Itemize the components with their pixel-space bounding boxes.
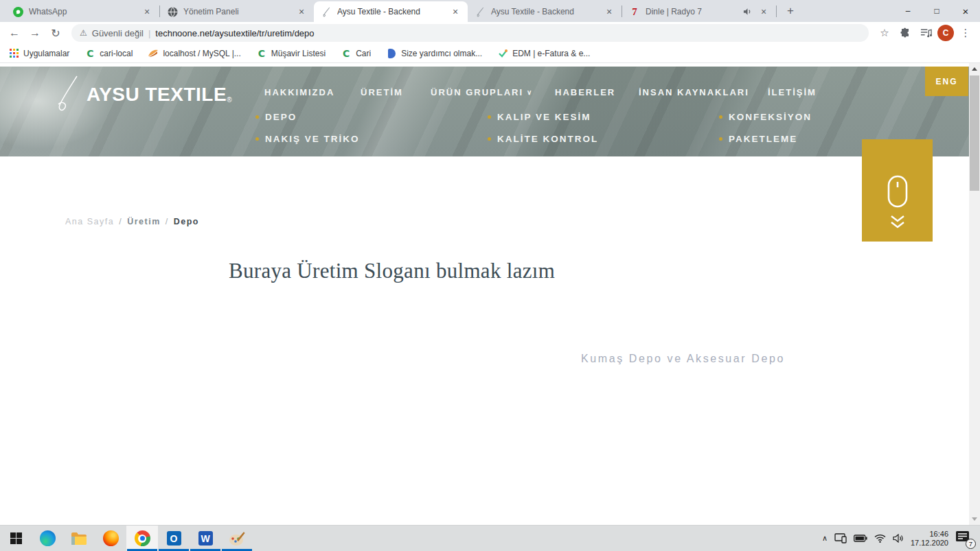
chrome-icon <box>134 530 150 547</box>
breadcrumb-section[interactable]: Üretim <box>127 217 161 226</box>
tab-title: Dinle | Radyo 7 <box>646 7 736 16</box>
tab-separator <box>776 5 777 17</box>
submenu-paketleme[interactable]: PAKETLEME <box>719 134 797 144</box>
browser-toolbar: ← → ↻ ⚠ Güvenli değil | technoone.net/ay… <box>0 22 980 44</box>
page-scrollbar[interactable] <box>969 63 980 525</box>
close-icon[interactable]: × <box>296 6 307 17</box>
taskbar-chrome[interactable] <box>126 526 158 551</box>
taskbar-file-explorer[interactable] <box>63 526 95 551</box>
needle-icon <box>321 6 332 17</box>
window-minimize-button[interactable]: – <box>893 0 922 22</box>
taskbar-word[interactable]: W <box>190 526 221 551</box>
breadcrumb-home[interactable]: Ana Sayfa <box>65 217 114 226</box>
bookmark-musavir-listesi[interactable]: C Müşavir Listesi <box>256 48 326 59</box>
battery-icon[interactable] <box>854 535 867 542</box>
taskbar-clock[interactable]: 16:46 17.12.2020 <box>911 530 948 548</box>
edge-icon <box>39 530 56 547</box>
language-switch-eng[interactable]: ENG <box>925 67 968 96</box>
close-icon[interactable]: × <box>758 6 769 17</box>
tab-aysu-textile-2[interactable]: Aysu Textile - Backend × <box>468 1 622 22</box>
phpmyadmin-icon <box>148 48 159 59</box>
new-tab-button[interactable]: + <box>781 1 800 21</box>
scroll-down-indicator[interactable] <box>862 139 933 242</box>
tab-title: Aysu Textile - Backend <box>337 7 444 16</box>
profile-avatar[interactable]: C <box>937 25 954 41</box>
bookmark-apps[interactable]: Uygulamalar <box>8 48 69 59</box>
tab-audio-icon[interactable] <box>742 6 753 17</box>
blue-doc-icon <box>386 48 397 59</box>
submenu-kalip-ve-kesim[interactable]: KALIP VE KESİM <box>488 112 591 122</box>
tray-expand-icon[interactable]: ∧ <box>822 534 828 543</box>
bookmark-phpmyadmin[interactable]: localhost / MySQL |... <box>148 48 240 59</box>
tab-aysu-textile-active[interactable]: Aysu Textile - Backend × <box>314 1 468 22</box>
start-button[interactable] <box>0 526 32 551</box>
browser-menu-icon[interactable]: ⋮ <box>957 24 975 42</box>
volume-icon[interactable] <box>893 534 904 543</box>
page-viewport: AYSU TEXTILE® HAKKIMIZDA ÜRETİM ÜRÜN GRU… <box>0 63 980 525</box>
taskbar-firefox[interactable] <box>95 526 126 551</box>
bookmark-edm-efatura[interactable]: EDM | e-Fatura & e... <box>497 48 590 59</box>
needle-icon <box>475 6 486 17</box>
bookmark-star-icon[interactable]: ☆ <box>876 24 893 42</box>
word-icon: W <box>197 530 214 547</box>
scrollbar-up-arrow[interactable] <box>972 67 977 71</box>
tab-title: WhatsApp <box>29 7 136 16</box>
address-bar[interactable]: ⚠ Güvenli değil | technoone.net/aysutext… <box>71 24 869 42</box>
nav-uretim[interactable]: ÜRETİM <box>361 87 403 97</box>
back-button[interactable]: ← <box>5 24 23 42</box>
bookmark-label: EDM | e-Fatura & e... <box>512 49 590 58</box>
chevron-down-icon: ∨ <box>527 89 532 96</box>
notification-count-badge: 7 <box>966 539 976 549</box>
submenu-nakis-ve-triko[interactable]: NAKIŞ VE TRİKO <box>255 134 360 144</box>
nav-urun-gruplari[interactable]: ÜRÜN GRUPLARI∨ <box>431 87 532 97</box>
media-controls-icon[interactable] <box>917 24 935 42</box>
notification-center-icon[interactable]: 7 <box>955 530 973 547</box>
nav-iletisim[interactable]: İLETİŞİM <box>768 87 817 97</box>
submenu-kalite-kontrol[interactable]: KALİTE KONTROL <box>488 134 598 144</box>
bookmark-cari-local[interactable]: C cari-local <box>84 48 133 59</box>
display-icon[interactable] <box>834 533 847 543</box>
file-explorer-icon <box>71 530 87 547</box>
nav-hakkimizda[interactable]: HAKKIMIZDA <box>264 87 334 97</box>
nav-haberler[interactable]: HABERLER <box>555 87 615 97</box>
tab-yonetim-paneli[interactable]: Yönetim Paneli × <box>160 1 314 22</box>
site-logo[interactable]: AYSU TEXTILE® <box>54 75 232 117</box>
browser-tab-strip: WhatsApp × Yönetim Paneli × Aysu Textile… <box>0 0 980 22</box>
window-close-button[interactable]: × <box>951 0 980 22</box>
globe-icon <box>167 6 178 17</box>
firefox-icon <box>102 530 119 547</box>
close-icon[interactable]: × <box>450 6 461 17</box>
forward-button[interactable]: → <box>26 24 44 42</box>
not-secure-icon[interactable]: ⚠ <box>80 28 87 38</box>
double-chevron-down-icon <box>889 215 907 230</box>
close-icon[interactable]: × <box>604 6 615 17</box>
cari-icon: C <box>256 48 267 59</box>
bullet-icon <box>255 115 259 119</box>
extensions-icon[interactable] <box>896 24 914 42</box>
registered-mark: ® <box>227 96 232 104</box>
bookmark-size-yardimci[interactable]: Size yardımcı olmak... <box>386 48 482 59</box>
tab-whatsapp[interactable]: WhatsApp × <box>5 1 159 22</box>
apps-grid-icon <box>8 48 19 59</box>
clock-date: 17.12.2020 <box>911 539 948 548</box>
scrollbar-down-arrow[interactable] <box>972 517 977 521</box>
scrollbar-thumb[interactable] <box>970 75 979 191</box>
submenu-konfeksiyon[interactable]: KONFEKSİYON <box>719 112 812 122</box>
taskbar-outlook[interactable]: O <box>158 526 190 551</box>
close-icon[interactable]: × <box>141 6 152 17</box>
tab-radyo7[interactable]: 7 Dinle | Radyo 7 × <box>622 1 776 22</box>
nav-insan-kaynaklari[interactable]: İNSAN KAYNAKLARI <box>639 87 749 97</box>
wifi-icon[interactable] <box>874 534 886 543</box>
url-text[interactable]: technoone.net/aysutextile/tr/uretim/depo <box>155 28 314 38</box>
reload-button[interactable]: ↻ <box>47 24 65 42</box>
breadcrumb: Ana Sayfa / Üretim / Depo <box>65 217 199 226</box>
window-maximize-button[interactable]: □ <box>922 0 951 22</box>
bookmark-cari[interactable]: C Cari <box>341 48 371 59</box>
page-title: Buraya Üretim Sloganı bulmak lazım <box>229 259 555 283</box>
submenu-depo[interactable]: DEPO <box>255 112 297 122</box>
taskbar-edge[interactable] <box>32 526 63 551</box>
taskbar-paint[interactable] <box>221 526 253 551</box>
bullet-icon <box>488 115 491 119</box>
breadcrumb-current: Depo <box>174 217 199 226</box>
outlook-icon: O <box>166 530 182 547</box>
